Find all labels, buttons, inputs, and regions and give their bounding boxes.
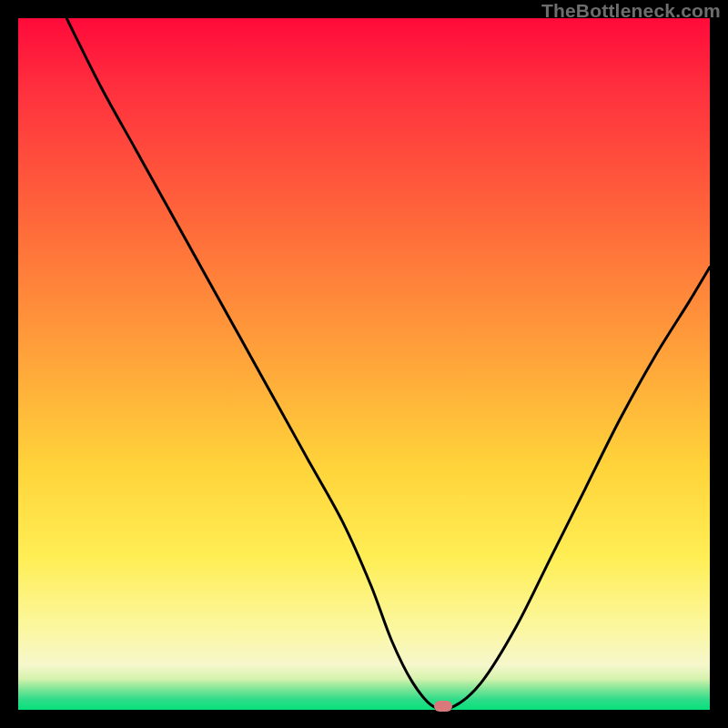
bottleneck-curve bbox=[18, 18, 710, 710]
optimal-point-marker bbox=[434, 701, 452, 712]
chart-frame: TheBottleneck.com bbox=[0, 0, 728, 728]
plot-area bbox=[18, 18, 710, 710]
